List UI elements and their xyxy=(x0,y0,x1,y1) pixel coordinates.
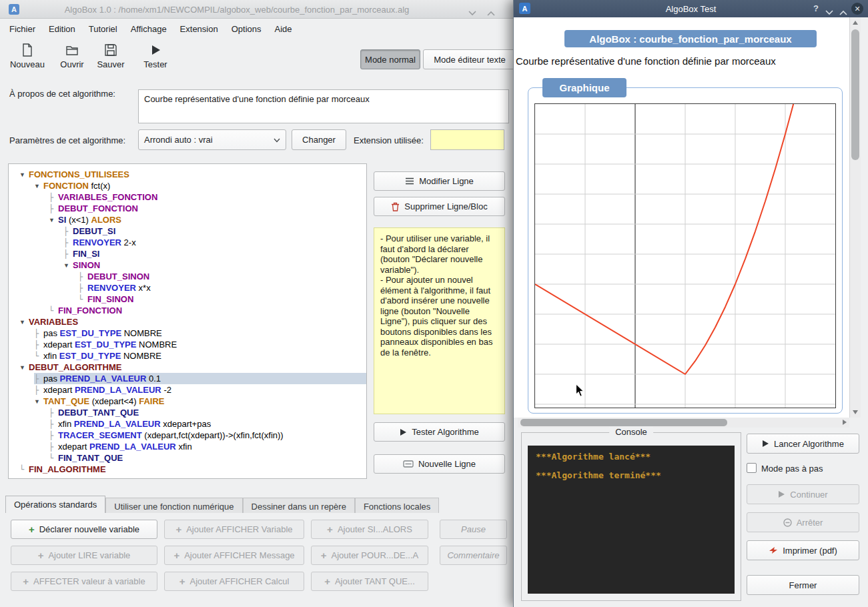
about-input[interactable]: Courbe représentative d'une fonction déf… xyxy=(138,89,509,123)
close-test-button[interactable]: Fermer xyxy=(747,575,859,595)
tree-row[interactable]: └FIN_SINON xyxy=(9,293,366,305)
tree-row[interactable]: ├RENVOYER 2-x xyxy=(9,237,366,248)
ops-button[interactable]: +Ajouter SI...ALORS xyxy=(311,520,428,539)
continue-button[interactable]: Continuer xyxy=(747,484,859,504)
expand-arrow-icon[interactable]: ▼ xyxy=(34,398,43,405)
ops-button[interactable]: Commentaire xyxy=(440,546,507,565)
expand-arrow-icon[interactable]: ▼ xyxy=(34,183,43,189)
tab[interactable]: Dessiner dans un repère xyxy=(243,498,355,513)
tree-row[interactable]: ├FIN_SI xyxy=(9,248,366,259)
ops-button[interactable]: +Ajouter LIRE variable xyxy=(11,546,157,565)
menu-item-edition[interactable]: Edition xyxy=(42,21,82,37)
stop-button[interactable]: Arrêter xyxy=(747,512,859,532)
chevron-up-icon[interactable] xyxy=(487,7,495,19)
tree-row[interactable]: ├RENVOYER x*x xyxy=(9,282,366,293)
tree-indent xyxy=(9,446,49,447)
test-window-titlebar[interactable]: A AlgoBox Test ? ✕ xyxy=(514,0,868,17)
mode-editor-button[interactable]: Mode éditeur texte xyxy=(423,49,516,69)
tree-row[interactable]: ├DEBUT_SI xyxy=(9,225,366,237)
algorithm-description: Courbe représentative d'une fonction déf… xyxy=(516,55,776,67)
close-icon[interactable]: ✕ xyxy=(851,3,863,15)
tree-text: xdepart xyxy=(43,340,75,350)
tree-row[interactable]: ├xdepart PREND_LA_VALEUR -2 xyxy=(9,384,366,396)
print-pdf-button[interactable]: Imprimer (pdf) xyxy=(747,540,859,560)
tree-row[interactable]: ├DEBUT_SINON xyxy=(9,271,366,282)
horizontal-scrollbar[interactable] xyxy=(518,418,849,428)
ops-button[interactable]: Pause xyxy=(440,520,507,539)
tree-row[interactable]: └FIN_FONCTION xyxy=(9,305,366,316)
tree-row[interactable]: └FIN_ALGORITHME xyxy=(9,464,366,475)
scroll-up-icon[interactable] xyxy=(853,21,858,25)
ops-button[interactable]: +Ajouter AFFICHER Calcul xyxy=(164,572,304,591)
run-algorithm-button[interactable]: Lancer Algorithme xyxy=(747,434,859,454)
tree-row[interactable]: ▼DEBUT_ALGORITHME xyxy=(9,362,366,373)
menu-item-affichage[interactable]: Affichage xyxy=(124,21,173,37)
save-button[interactable]: Sauver xyxy=(90,43,131,69)
tree-row[interactable]: ├TRACER_SEGMENT (xdepart,fct(xdepart))->… xyxy=(9,430,366,441)
scroll-right-icon[interactable] xyxy=(843,420,847,425)
test-algorithm-button[interactable]: Tester Algorithme xyxy=(374,422,505,442)
test-window-content: AlgoBox : courbe_fonction_par_morceaux C… xyxy=(514,17,849,418)
tree-indent xyxy=(9,299,78,299)
scroll-down-icon[interactable] xyxy=(853,410,858,414)
tree-row[interactable]: ▼SINON xyxy=(9,259,366,271)
tree-row[interactable]: ▼SI (x<1) ALORS xyxy=(9,214,366,225)
rounding-combobox[interactable]: Arrondi auto : vrai xyxy=(138,129,286,150)
expand-arrow-icon[interactable]: ▼ xyxy=(19,319,29,326)
tree-row[interactable]: ├DEBUT_FONCTION xyxy=(9,203,366,214)
tree-text: DEBUT_FONCTION xyxy=(58,203,138,213)
horizontal-scrollbar-thumb[interactable] xyxy=(520,419,727,426)
tree-row[interactable]: ▼FONCTION fct(x) xyxy=(9,180,366,191)
tester-button[interactable]: Tester xyxy=(135,43,176,69)
mode-normal-button[interactable]: Mode normal xyxy=(360,49,420,69)
open-folder-icon xyxy=(65,43,79,57)
extension-input[interactable] xyxy=(430,129,504,150)
delete-line-button[interactable]: Supprimer Ligne/Bloc xyxy=(374,197,505,216)
tree-row[interactable]: ├xdepart EST_DU_TYPE NOMBRE xyxy=(9,339,366,350)
tree-row[interactable]: ▼TANT_QUE (xdepart<4) FAIRE xyxy=(9,396,366,407)
menu-item-fichier[interactable]: Fichier xyxy=(3,21,42,37)
tree-row[interactable]: ├xdepart PREND_LA_VALEUR xfin xyxy=(9,441,366,452)
tree-row[interactable]: └xfin EST_DU_TYPE NOMBRE xyxy=(9,350,366,362)
expand-arrow-icon[interactable]: ▼ xyxy=(19,364,29,371)
tree-row[interactable]: ├VARIABLES_FONCTION xyxy=(9,191,366,203)
tree-row[interactable]: ├pas PREND_LA_VALEUR 0.1 xyxy=(9,373,366,384)
tree-row[interactable]: ├pas EST_DU_TYPE NOMBRE xyxy=(9,328,366,339)
modify-line-button[interactable]: Modifier Ligne xyxy=(374,171,505,191)
menu-item-aide[interactable]: Aide xyxy=(268,21,299,37)
tree-row[interactable]: ▼FONCTIONS_UTILISEES xyxy=(9,169,366,180)
change-button[interactable]: Changer xyxy=(292,129,346,150)
menu-item-options[interactable]: Options xyxy=(225,21,268,37)
ops-button[interactable]: +Ajouter AFFICHER Message xyxy=(164,546,304,565)
vertical-scrollbar[interactable] xyxy=(849,17,861,418)
chevron-down-icon[interactable] xyxy=(468,7,476,19)
ops-button[interactable]: +Déclarer nouvelle variable xyxy=(11,520,157,539)
new-button[interactable]: Nouveau xyxy=(7,43,48,69)
chevron-up-icon[interactable] xyxy=(839,6,847,18)
main-window-titlebar[interactable]: A AlgoBox 1.0 : /home/xm1/NEWCOMPIL/algo… xyxy=(0,0,515,19)
new-line-button[interactable]: Nouvelle Ligne xyxy=(374,454,505,474)
menu-item-extension[interactable]: Extension xyxy=(173,21,225,37)
tree-row[interactable]: └FIN_TANT_QUE xyxy=(9,452,366,464)
expand-arrow-icon[interactable]: ▼ xyxy=(49,217,58,223)
expand-arrow-icon[interactable]: ▼ xyxy=(63,262,73,269)
expand-arrow-icon[interactable]: ▼ xyxy=(19,171,29,178)
ops-button[interactable]: +AFFECTER valeur à variable xyxy=(11,572,157,591)
chevron-down-icon[interactable] xyxy=(825,6,833,18)
tree-row[interactable]: ├xfin PREND_LA_VALEUR xdepart+pas xyxy=(9,418,366,430)
tree-row[interactable]: ├DEBUT_TANT_QUE xyxy=(9,407,366,418)
tab[interactable]: Utiliser une fonction numérique xyxy=(105,498,242,513)
ops-button[interactable]: +Ajouter AFFICHER Variable xyxy=(164,520,304,539)
tab[interactable]: Fonctions locales xyxy=(355,498,439,513)
help-icon[interactable]: ? xyxy=(813,3,819,13)
vertical-scrollbar-thumb[interactable] xyxy=(851,29,859,160)
tab[interactable]: Opérations standards xyxy=(5,496,105,513)
tree-text: DEBUT_SINON xyxy=(87,271,149,281)
menu-item-tutoriel[interactable]: Tutoriel xyxy=(82,21,124,37)
step-mode-checkbox[interactable] xyxy=(747,463,757,473)
modify-line-label: Modifier Ligne xyxy=(419,176,474,186)
tree-row[interactable]: ▼VARIABLES xyxy=(9,316,366,328)
open-button[interactable]: Ouvrir xyxy=(51,43,93,69)
ops-button[interactable]: +Ajouter POUR...DE...A xyxy=(311,546,428,565)
ops-button[interactable]: +Ajouter TANT QUE... xyxy=(311,572,428,591)
